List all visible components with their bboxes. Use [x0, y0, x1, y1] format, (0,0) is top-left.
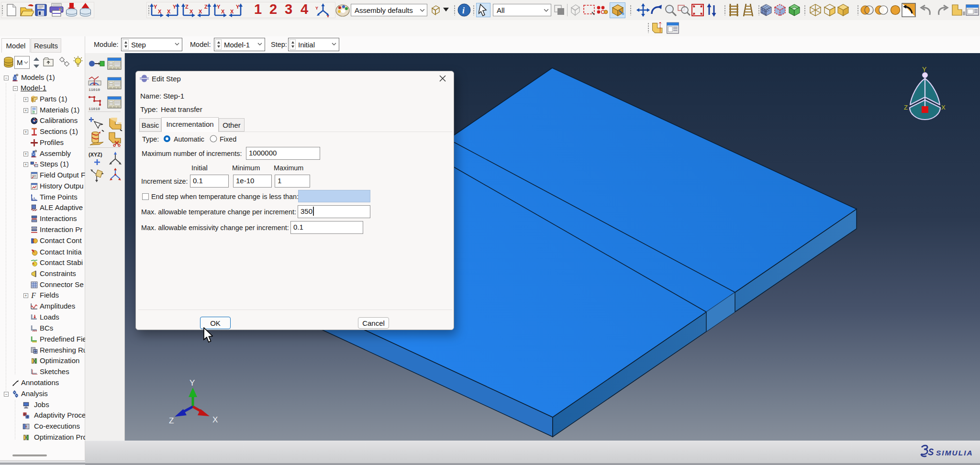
- svg-text:11010: 11010: [89, 107, 100, 111]
- svg-text:Y: Y: [154, 4, 157, 10]
- svg-text:Z: Z: [904, 104, 908, 111]
- svg-text:X: X: [189, 9, 193, 14]
- svg-text:X: X: [167, 9, 171, 14]
- svg-text:Z: Z: [204, 4, 208, 10]
- svg-text:Y: Y: [189, 378, 195, 388]
- svg-text:X: X: [941, 104, 946, 111]
- svg-text:Y: Y: [315, 6, 318, 11]
- svg-text:i: i: [462, 6, 465, 15]
- svg-text:SIMULIA: SIMULIA: [936, 449, 973, 457]
- svg-text:(XYZ): (XYZ): [89, 152, 102, 157]
- svg-text:Y: Y: [236, 4, 240, 10]
- svg-text:Y: Y: [922, 66, 927, 73]
- svg-text:Y: Y: [217, 4, 221, 10]
- svg-text:X: X: [221, 9, 225, 14]
- svg-text:X: X: [230, 9, 234, 14]
- svg-text:Z: Z: [169, 416, 174, 425]
- svg-text:X: X: [199, 9, 202, 14]
- svg-text:x: x: [327, 14, 329, 17]
- svg-text:Z: Z: [185, 4, 189, 10]
- svg-text:11010: 11010: [89, 88, 100, 92]
- svg-text:Y: Y: [173, 4, 177, 10]
- svg-text:X: X: [212, 415, 218, 424]
- svg-text:X: X: [158, 9, 162, 14]
